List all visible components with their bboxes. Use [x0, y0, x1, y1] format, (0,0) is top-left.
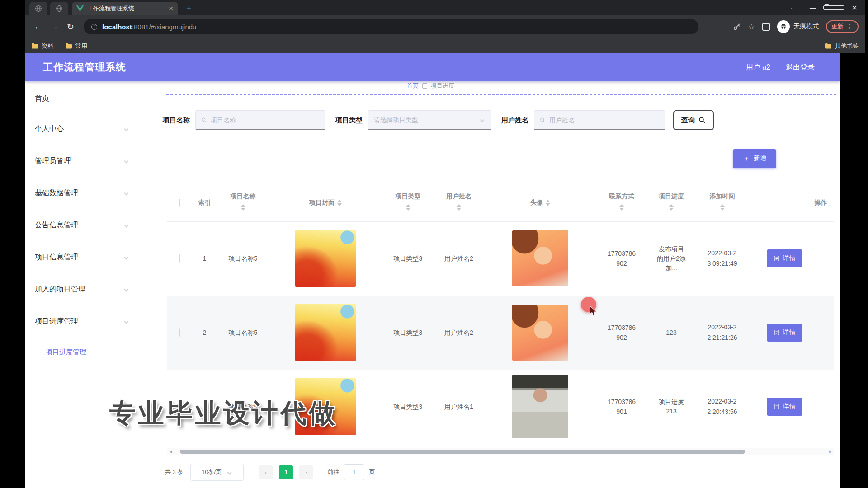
- horizontal-scrollbar[interactable]: ◂ ▸: [167, 448, 834, 455]
- add-button[interactable]: ＋ 新增: [733, 149, 776, 168]
- search-type-select[interactable]: 请选择项目类型: [368, 110, 491, 130]
- url-host: localhost: [102, 23, 132, 31]
- url-omnibox[interactable]: localhost:8081/#/xiangmujindu: [84, 19, 698, 34]
- minimize-button[interactable]: —: [802, 4, 823, 11]
- new-tab-button[interactable]: ＋: [184, 2, 193, 14]
- detail-button[interactable]: 详情: [767, 324, 802, 342]
- tab-close-icon[interactable]: ✕: [168, 5, 174, 12]
- sort-icon[interactable]: [546, 197, 550, 208]
- close-button[interactable]: ✕: [844, 4, 865, 12]
- sort-icon[interactable]: [669, 202, 674, 213]
- scroll-left-icon[interactable]: ◂: [167, 449, 175, 455]
- sidebar-item-home[interactable]: 首页: [25, 84, 140, 113]
- cell-type: 项目类型3: [382, 221, 434, 296]
- project-cover-image[interactable]: [295, 304, 356, 361]
- sidebar-item-notice-mgmt[interactable]: 公告信息管理: [25, 209, 140, 241]
- document-icon: [774, 329, 780, 336]
- sidebar-item-base-data-mgmt[interactable]: 基础数据管理: [25, 177, 140, 209]
- column-header-avatar[interactable]: 头像: [484, 184, 597, 221]
- sort-icon[interactable]: [241, 202, 245, 213]
- goto-page-input[interactable]: 1: [344, 464, 364, 480]
- menu-dots-icon[interactable]: ⋮: [847, 23, 853, 30]
- logout-link[interactable]: 退出登录: [786, 63, 815, 72]
- detail-button[interactable]: 详情: [767, 398, 802, 416]
- active-tab[interactable]: 工作流程管理系统 ✕: [72, 2, 178, 15]
- pinned-tab-1[interactable]: [29, 2, 47, 15]
- checkbox[interactable]: [179, 328, 180, 337]
- bookmark-folder-2[interactable]: 常用: [65, 42, 87, 50]
- bookmark-label: 资料: [42, 42, 53, 50]
- search-name-input[interactable]: [211, 117, 320, 124]
- back-button[interactable]: ←: [31, 22, 45, 32]
- password-key-icon[interactable]: [733, 23, 741, 31]
- info-icon[interactable]: [91, 23, 98, 30]
- sort-icon[interactable]: [406, 202, 410, 213]
- other-bookmarks[interactable]: 其他书签: [817, 42, 859, 50]
- bookmark-folder-1[interactable]: 资料: [31, 42, 53, 50]
- scroll-right-icon[interactable]: ▸: [827, 449, 834, 455]
- breadcrumb-home-link[interactable]: 首页: [407, 82, 419, 90]
- sort-icon[interactable]: [457, 202, 461, 213]
- sort-icon[interactable]: [337, 197, 342, 208]
- checkbox[interactable]: [179, 254, 180, 263]
- current-page-button[interactable]: 1: [279, 465, 293, 479]
- search-name-label: 项目名称: [163, 116, 190, 125]
- pagination: 共 3 条 10条/页 ‹ 1 › 前往 1 页: [165, 464, 375, 481]
- side-panel-icon[interactable]: [762, 23, 770, 31]
- user-avatar-image[interactable]: [512, 230, 568, 286]
- bookmark-star-icon[interactable]: ☆: [748, 22, 755, 32]
- sort-icon[interactable]: [619, 202, 624, 213]
- project-cover-image[interactable]: [295, 230, 356, 287]
- project-cover-image[interactable]: [295, 378, 356, 435]
- column-header-type[interactable]: 项目类型: [382, 184, 434, 221]
- prev-page-button[interactable]: ‹: [259, 465, 273, 479]
- tab-search-icon[interactable]: ⌄: [782, 5, 802, 11]
- reload-button[interactable]: ↻: [64, 22, 77, 32]
- cell-avatar[interactable]: [484, 296, 597, 370]
- sidebar-item-personal-center[interactable]: 个人中心: [25, 113, 140, 145]
- checkbox[interactable]: [179, 403, 180, 411]
- sidebar-item-project-info-mgmt[interactable]: 项目信息管理: [25, 241, 140, 273]
- cell-cover[interactable]: [269, 296, 382, 370]
- search-name-field[interactable]: [195, 110, 326, 130]
- search-user-field[interactable]: [534, 110, 665, 130]
- scrollbar-thumb[interactable]: [180, 450, 745, 454]
- user-avatar-image[interactable]: [512, 375, 568, 438]
- chevron-down-icon: [124, 191, 129, 196]
- query-button[interactable]: 查询: [673, 110, 714, 130]
- search-user-input[interactable]: [549, 117, 659, 124]
- scrollbar-track[interactable]: [175, 448, 827, 455]
- cell-index: 1: [192, 221, 217, 296]
- dashed-divider: [166, 94, 836, 95]
- cell-avatar[interactable]: [484, 370, 597, 444]
- sidebar-item-joined-project-mgmt[interactable]: 加入的项目管理: [25, 273, 140, 305]
- sidebar-item-admin-mgmt[interactable]: 管理员管理: [25, 145, 140, 177]
- page-size-select[interactable]: 10条/页: [190, 464, 244, 481]
- cell-cover[interactable]: [269, 221, 382, 296]
- detail-button[interactable]: 详情: [767, 249, 802, 267]
- sort-icon[interactable]: [720, 202, 725, 213]
- browser-update-button[interactable]: 更新 ⋮: [826, 20, 859, 33]
- sidebar-subitem-project-progress-active[interactable]: 项目进度管理: [25, 338, 140, 366]
- restore-icon: [823, 5, 844, 10]
- select-all-header[interactable]: [167, 184, 192, 221]
- column-header-progress[interactable]: 项目进度: [646, 184, 696, 221]
- forward-button[interactable]: →: [47, 22, 61, 32]
- cell-checkbox[interactable]: [167, 221, 192, 296]
- checkbox[interactable]: [179, 199, 180, 207]
- column-header-time[interactable]: 添加时间: [696, 184, 748, 221]
- cell-checkbox[interactable]: [167, 296, 192, 370]
- bookmark-label: 常用: [75, 42, 87, 50]
- column-header-name[interactable]: 项目名称: [217, 184, 269, 221]
- cell-avatar[interactable]: [484, 221, 597, 296]
- column-header-phone[interactable]: 联系方式: [597, 184, 646, 221]
- restore-button[interactable]: [823, 4, 844, 11]
- column-header-user[interactable]: 用户姓名: [434, 184, 484, 221]
- user-avatar-image[interactable]: [512, 305, 568, 361]
- column-header-cover[interactable]: 项目封面: [269, 184, 382, 221]
- cell-cover[interactable]: [269, 370, 382, 444]
- next-page-button[interactable]: ›: [299, 465, 313, 479]
- cell-checkbox[interactable]: [167, 370, 192, 444]
- pinned-tab-2[interactable]: [50, 2, 68, 15]
- sidebar-item-project-progress-mgmt[interactable]: 项目进度管理: [25, 305, 140, 338]
